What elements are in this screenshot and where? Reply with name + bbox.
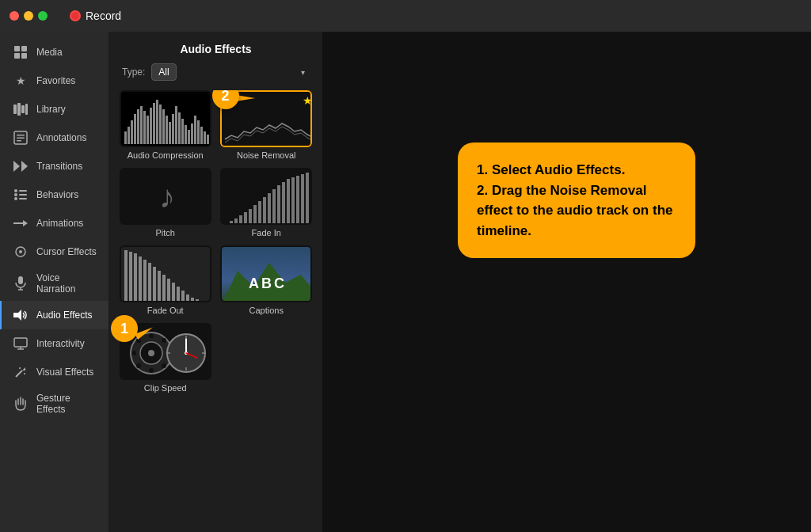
minimize-button[interactable] — [24, 11, 33, 21]
svg-rect-2 — [14, 53, 20, 59]
svg-point-116 — [131, 351, 136, 355]
effect-fade-in[interactable]: Fade In — [220, 168, 314, 238]
type-label: Type: — [122, 66, 145, 78]
svg-rect-82 — [277, 185, 280, 225]
record-dot — [70, 10, 81, 21]
tooltip-text: 1. Select Audio Effects.2. Drag the Nois… — [477, 162, 672, 238]
svg-rect-87 — [301, 174, 304, 225]
annotations-icon — [13, 130, 29, 146]
effect-label-audio-compression: Audio Compression — [128, 150, 204, 160]
mic-icon — [13, 276, 29, 291]
svg-rect-102 — [181, 291, 185, 302]
sidebar-label-interactivity: Interactivity — [36, 338, 85, 349]
svg-rect-77 — [253, 205, 257, 225]
sidebar-item-library[interactable]: Library — [0, 95, 109, 124]
svg-point-113 — [148, 350, 154, 356]
svg-rect-28 — [14, 338, 27, 347]
hand-icon — [13, 396, 29, 412]
content-panel: Audio Effects Type: All ▾ — [109, 32, 323, 532]
type-select-wrapper: All ▾ — [151, 63, 310, 81]
svg-rect-61 — [197, 120, 200, 144]
sidebar-item-transitions[interactable]: Transitions — [0, 152, 109, 180]
effect-fade-out[interactable]: Fade Out — [119, 245, 212, 315]
svg-point-121 — [136, 363, 141, 368]
svg-rect-6 — [21, 105, 25, 113]
sidebar-item-annotations[interactable]: Annotations — [0, 124, 109, 152]
record-label: Record — [86, 10, 121, 22]
effect-clip-speed[interactable]: Clip Speed 1 — [119, 323, 212, 393]
sidebar-item-gesture-effects[interactable]: Gesture Effects — [0, 386, 109, 421]
effect-label-fade-in: Fade In — [252, 228, 281, 238]
svg-rect-48 — [156, 100, 158, 144]
transitions-icon — [13, 158, 29, 174]
sidebar: Media ★ Favorites Library — [0, 32, 109, 532]
sidebar-item-voice-narration[interactable]: Voice Narration — [0, 266, 109, 301]
close-button[interactable] — [10, 11, 19, 21]
svg-rect-51 — [166, 116, 168, 144]
annotation-badge-1: 1 — [111, 315, 138, 342]
svg-rect-81 — [272, 189, 276, 225]
svg-rect-103 — [186, 294, 189, 302]
svg-rect-18 — [19, 194, 27, 196]
svg-rect-71 — [225, 223, 228, 225]
svg-marker-32 — [22, 367, 25, 370]
sidebar-label-audio-effects: Audio Effects — [36, 310, 93, 321]
svg-rect-84 — [287, 179, 290, 225]
svg-rect-64 — [207, 135, 209, 144]
badge-2-arrow — [236, 92, 260, 104]
svg-rect-42 — [137, 109, 139, 144]
sidebar-item-interactivity[interactable]: Interactivity — [0, 329, 109, 358]
preview-area: 1. Select Audio Effects.2. Drag the Nois… — [323, 32, 811, 532]
svg-rect-47 — [153, 103, 155, 144]
type-select[interactable]: All — [151, 63, 177, 81]
effect-label-pitch: Pitch — [156, 228, 175, 238]
behaviors-icon — [13, 187, 29, 203]
svg-rect-60 — [194, 116, 196, 144]
sidebar-label-favorites: Favorites — [36, 75, 75, 86]
svg-rect-0 — [14, 46, 20, 51]
record-button[interactable]: Record — [70, 10, 121, 22]
sidebar-item-cursor-effects[interactable]: Cursor Effects — [0, 238, 109, 266]
sidebar-item-visual-effects[interactable]: Visual Effects — [0, 358, 109, 386]
svg-rect-106 — [200, 301, 204, 302]
svg-point-119 — [162, 363, 166, 368]
svg-rect-38 — [124, 131, 127, 144]
svg-rect-19 — [19, 198, 27, 200]
effect-label-clip-speed: Clip Speed — [144, 383, 187, 393]
effects-grid: Audio Compression ★ Noise Removal 2 — [109, 90, 322, 393]
svg-rect-79 — [263, 197, 266, 225]
maximize-button[interactable] — [38, 11, 48, 21]
effect-thumb-pitch: ♪ — [120, 168, 211, 225]
sidebar-label-transitions: Transitions — [36, 161, 82, 172]
sidebar-item-behaviors[interactable]: Behaviors — [0, 180, 109, 209]
sidebar-label-library: Library — [36, 104, 66, 115]
sidebar-label-annotations: Annotations — [36, 132, 86, 143]
effect-thumb-fade-in — [220, 168, 312, 225]
effect-pitch[interactable]: ♪ Pitch — [119, 168, 212, 238]
svg-rect-1 — [21, 46, 27, 51]
svg-rect-24 — [18, 276, 23, 284]
svg-rect-44 — [143, 111, 146, 144]
sidebar-item-animations[interactable]: Animations — [0, 209, 109, 238]
svg-point-15 — [14, 193, 17, 196]
effect-audio-compression[interactable]: Audio Compression — [119, 90, 212, 160]
svg-rect-4 — [13, 104, 17, 114]
svg-rect-58 — [188, 130, 190, 144]
monitor-icon — [13, 336, 29, 352]
sidebar-item-media[interactable]: Media — [0, 38, 109, 66]
sidebar-item-audio-effects[interactable]: Audio Effects — [0, 301, 109, 329]
svg-rect-93 — [139, 256, 142, 302]
sidebar-item-favorites[interactable]: ★ Favorites — [0, 66, 109, 95]
svg-text:★: ★ — [303, 94, 313, 107]
svg-rect-99 — [167, 279, 170, 302]
sidebar-label-behaviors: Behaviors — [36, 189, 78, 200]
svg-rect-98 — [162, 275, 166, 302]
svg-rect-74 — [239, 215, 242, 225]
library-icon — [13, 101, 29, 117]
effect-captions[interactable]: ABC Captions — [220, 245, 314, 315]
effect-noise-removal[interactable]: ★ Noise Removal 2 — [220, 90, 314, 160]
svg-rect-91 — [129, 252, 132, 302]
svg-rect-11 — [17, 140, 21, 142]
svg-rect-57 — [185, 125, 187, 144]
star-icon: ★ — [13, 73, 29, 89]
